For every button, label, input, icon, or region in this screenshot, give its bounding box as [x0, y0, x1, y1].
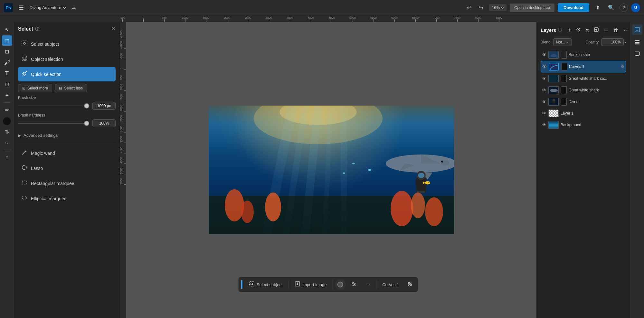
- layers-info-icon[interactable]: ⓘ: [558, 27, 562, 33]
- chevron-down-icon: [62, 6, 66, 10]
- redo-button[interactable]: ↪: [476, 3, 486, 13]
- adjust-button[interactable]: [347, 279, 361, 290]
- document-name[interactable]: Diving Adventure: [30, 5, 66, 10]
- selection-tool[interactable]: ⬚: [2, 35, 12, 46]
- tool-object-selection[interactable]: Object selection: [18, 52, 116, 66]
- more-options-button[interactable]: ···: [362, 280, 374, 289]
- type-tool[interactable]: T: [2, 68, 12, 79]
- close-panel-button[interactable]: ✕: [111, 26, 116, 32]
- healing-tool[interactable]: ✦: [2, 90, 12, 100]
- tool-magic-wand[interactable]: Magic wand: [18, 146, 116, 160]
- properties-button[interactable]: [632, 24, 642, 35]
- layer-eye-icon[interactable]: 👁: [542, 88, 546, 93]
- layer-layer-1[interactable]: 👁 Layer 1: [541, 108, 626, 119]
- tool-elliptical-marquee[interactable]: Elliptical marquee: [18, 191, 116, 206]
- ps-logo: Ps: [4, 3, 13, 12]
- download-button[interactable]: Download: [558, 3, 589, 12]
- open-desktop-button[interactable]: Open in desktop app: [510, 4, 554, 12]
- opacity-arrow-icon[interactable]: ▾: [624, 41, 626, 44]
- layer-curves-1[interactable]: 👁 · Curves 1 ⚙: [541, 61, 626, 72]
- svg-point-47: [408, 282, 409, 284]
- menu-button[interactable]: ☰: [16, 3, 26, 13]
- layers-button[interactable]: [632, 37, 642, 47]
- layer-mask: [561, 51, 567, 59]
- tool-rectangular-marquee[interactable]: Rectangular marquee: [18, 176, 116, 191]
- layer-settings-icon[interactable]: ⚙: [621, 64, 624, 69]
- brush-size-group: Brush size: [18, 96, 116, 110]
- zoom-control[interactable]: 16%: [489, 4, 507, 11]
- brush-tool[interactable]: 🖌: [2, 57, 12, 68]
- layer-stack-button[interactable]: [602, 26, 610, 34]
- brush-hardness-input[interactable]: [92, 119, 116, 127]
- layer-sunken-ship[interactable]: 👁 · Sunken ship: [541, 49, 626, 60]
- adjust-layer-icon: [576, 27, 581, 32]
- svg-point-43: [354, 284, 355, 286]
- right-panel: Layers ⓘ + fx: [536, 22, 630, 318]
- layer-eye-icon[interactable]: 👁: [542, 52, 546, 57]
- tool-quick-selection[interactable]: Quick selection: [18, 67, 116, 81]
- avatar[interactable]: U: [631, 3, 640, 12]
- divider-3: [376, 280, 376, 289]
- blend-row: Blend Nor... Opacity ▾: [541, 38, 626, 46]
- opacity-input-group[interactable]: ▾: [601, 38, 626, 46]
- help-button[interactable]: ?: [620, 4, 628, 12]
- layer-great-white-shark[interactable]: 👁 · Great white shark: [541, 85, 626, 96]
- chat-button[interactable]: [632, 49, 642, 59]
- undo-button[interactable]: ↩: [464, 3, 474, 13]
- select-subject-button[interactable]: Select subject: [245, 279, 287, 290]
- brush-hardness-track[interactable]: [18, 123, 89, 124]
- shape-tool[interactable]: ⬡: [2, 79, 12, 89]
- layer-eye-icon[interactable]: 👁: [542, 99, 546, 104]
- circle-button[interactable]: [335, 279, 346, 290]
- tool-select-subject[interactable]: Select subject: [18, 37, 116, 51]
- move-tool[interactable]: ↖: [2, 24, 12, 35]
- mask-button[interactable]: [592, 26, 600, 34]
- layer-diver[interactable]: 👁 · Diver: [541, 96, 626, 107]
- svg-rect-3: [23, 57, 26, 60]
- crop-tool[interactable]: ⊡: [2, 46, 12, 57]
- advanced-settings[interactable]: ▶ Advanced settings: [18, 130, 116, 140]
- blend-select[interactable]: Nor...: [553, 38, 572, 46]
- layer-eye-icon[interactable]: 👁: [542, 111, 546, 116]
- layers-title: Layers: [541, 27, 556, 33]
- svg-point-64: [553, 99, 555, 101]
- brush-hardness-thumb[interactable]: [84, 121, 89, 126]
- curves-settings-button[interactable]: [404, 279, 415, 290]
- panel-info-icon[interactable]: ⓘ: [35, 26, 39, 32]
- collapse-panel-button[interactable]: «: [2, 152, 12, 162]
- arrange-tool[interactable]: ⇅: [2, 126, 12, 137]
- ruler-canvas: [0, 15, 644, 22]
- fx-button[interactable]: fx: [584, 27, 591, 33]
- more-layers-button[interactable]: ···: [622, 26, 630, 34]
- adjust-layer-button[interactable]: [574, 26, 582, 34]
- layer-great-white-shark-co[interactable]: 👁 · Great white shark co...: [541, 73, 626, 84]
- left-toolbar: ↖ ⬚ ⊡ 🖌 T ⬡ ✦ ✏ ⬤ ⇅ ○ «: [0, 22, 14, 318]
- svg-rect-37: [250, 282, 254, 286]
- layer-thumbnail: [548, 51, 559, 59]
- curves-button[interactable]: Curves 1: [378, 280, 403, 289]
- opacity-input[interactable]: [601, 38, 624, 46]
- select-less-button[interactable]: ⊟ Select less: [55, 84, 87, 92]
- search-button[interactable]: 🔍: [606, 3, 616, 13]
- select-more-button[interactable]: ⊞ Select more: [18, 84, 52, 92]
- tool-lasso[interactable]: Lasso: [18, 161, 116, 175]
- layer-eye-icon[interactable]: 👁: [542, 122, 546, 127]
- ellipse-tool[interactable]: ○: [2, 137, 12, 148]
- rectangular-marquee-icon: [21, 179, 28, 187]
- layer-eye-icon[interactable]: 👁: [542, 76, 546, 81]
- foreground-color[interactable]: ⬤: [2, 116, 12, 126]
- divider-1: [289, 280, 289, 289]
- main-image[interactable]: [209, 106, 454, 234]
- canvas-container[interactable]: [126, 22, 536, 318]
- bottom-toolbar: Select subject Import image: [238, 277, 418, 292]
- import-image-button[interactable]: Import image: [291, 279, 331, 290]
- share-button[interactable]: ⬆: [592, 3, 603, 13]
- brush-size-input[interactable]: [92, 102, 116, 110]
- brush-size-track[interactable]: [18, 106, 89, 106]
- delete-layer-button[interactable]: 🗑: [612, 26, 620, 34]
- layer-background[interactable]: 👁 Bac: [541, 119, 626, 130]
- pen-tool[interactable]: ✏: [2, 105, 12, 115]
- add-layer-button[interactable]: +: [566, 26, 573, 34]
- layer-eye-icon[interactable]: 👁: [542, 64, 547, 69]
- brush-size-thumb[interactable]: [84, 103, 89, 108]
